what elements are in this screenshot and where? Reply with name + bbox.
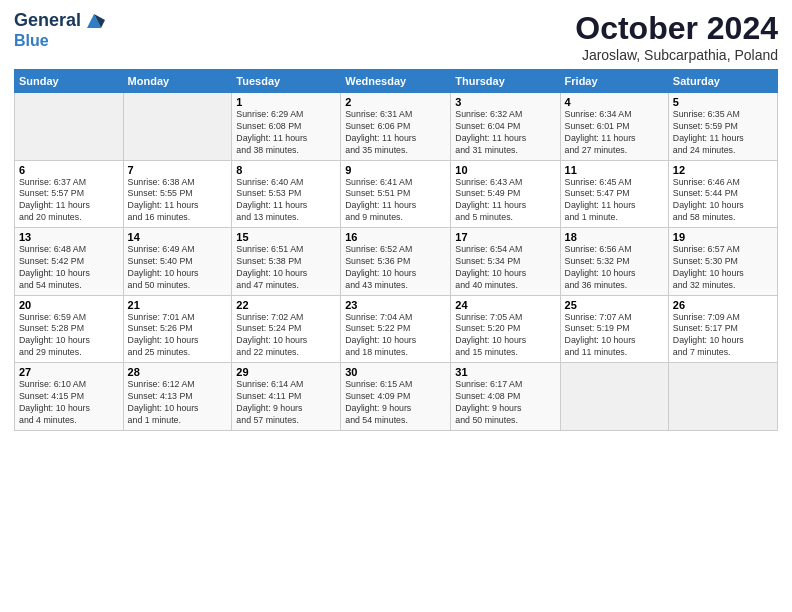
day-cell: 3Sunrise: 6:32 AM Sunset: 6:04 PM Daylig…: [451, 93, 560, 161]
day-number: 22: [236, 299, 336, 311]
day-number: 7: [128, 164, 228, 176]
day-cell: 2Sunrise: 6:31 AM Sunset: 6:06 PM Daylig…: [341, 93, 451, 161]
day-cell: 12Sunrise: 6:46 AM Sunset: 5:44 PM Dayli…: [668, 160, 777, 228]
day-info: Sunrise: 6:38 AM Sunset: 5:55 PM Dayligh…: [128, 177, 228, 225]
day-cell: 6Sunrise: 6:37 AM Sunset: 5:57 PM Daylig…: [15, 160, 124, 228]
calendar-table: SundayMondayTuesdayWednesdayThursdayFrid…: [14, 69, 778, 431]
day-number: 24: [455, 299, 555, 311]
day-number: 2: [345, 96, 446, 108]
day-cell: 27Sunrise: 6:10 AM Sunset: 4:15 PM Dayli…: [15, 363, 124, 431]
day-cell: [668, 363, 777, 431]
day-info: Sunrise: 6:52 AM Sunset: 5:36 PM Dayligh…: [345, 244, 446, 292]
day-cell: 29Sunrise: 6:14 AM Sunset: 4:11 PM Dayli…: [232, 363, 341, 431]
title-block: October 2024 Jaroslaw, Subcarpathia, Pol…: [575, 10, 778, 63]
day-number: 10: [455, 164, 555, 176]
day-info: Sunrise: 6:15 AM Sunset: 4:09 PM Dayligh…: [345, 379, 446, 427]
day-info: Sunrise: 6:40 AM Sunset: 5:53 PM Dayligh…: [236, 177, 336, 225]
col-header-saturday: Saturday: [668, 70, 777, 93]
day-number: 16: [345, 231, 446, 243]
day-cell: [560, 363, 668, 431]
day-number: 23: [345, 299, 446, 311]
page: General Blue October 2024 Jaroslaw, Subc…: [0, 0, 792, 612]
week-row-2: 6Sunrise: 6:37 AM Sunset: 5:57 PM Daylig…: [15, 160, 778, 228]
week-row-3: 13Sunrise: 6:48 AM Sunset: 5:42 PM Dayli…: [15, 228, 778, 296]
col-header-tuesday: Tuesday: [232, 70, 341, 93]
day-cell: 17Sunrise: 6:54 AM Sunset: 5:34 PM Dayli…: [451, 228, 560, 296]
day-info: Sunrise: 6:17 AM Sunset: 4:08 PM Dayligh…: [455, 379, 555, 427]
day-number: 26: [673, 299, 773, 311]
day-number: 8: [236, 164, 336, 176]
day-number: 9: [345, 164, 446, 176]
day-cell: 28Sunrise: 6:12 AM Sunset: 4:13 PM Dayli…: [123, 363, 232, 431]
day-info: Sunrise: 6:56 AM Sunset: 5:32 PM Dayligh…: [565, 244, 664, 292]
day-info: Sunrise: 6:12 AM Sunset: 4:13 PM Dayligh…: [128, 379, 228, 427]
main-title: October 2024: [575, 10, 778, 47]
day-info: Sunrise: 6:46 AM Sunset: 5:44 PM Dayligh…: [673, 177, 773, 225]
day-cell: 31Sunrise: 6:17 AM Sunset: 4:08 PM Dayli…: [451, 363, 560, 431]
day-info: Sunrise: 6:51 AM Sunset: 5:38 PM Dayligh…: [236, 244, 336, 292]
day-info: Sunrise: 6:32 AM Sunset: 6:04 PM Dayligh…: [455, 109, 555, 157]
week-row-4: 20Sunrise: 6:59 AM Sunset: 5:28 PM Dayli…: [15, 295, 778, 363]
day-number: 6: [19, 164, 119, 176]
day-number: 27: [19, 366, 119, 378]
day-number: 12: [673, 164, 773, 176]
day-cell: 21Sunrise: 7:01 AM Sunset: 5:26 PM Dayli…: [123, 295, 232, 363]
day-number: 18: [565, 231, 664, 243]
day-info: Sunrise: 6:35 AM Sunset: 5:59 PM Dayligh…: [673, 109, 773, 157]
day-cell: 15Sunrise: 6:51 AM Sunset: 5:38 PM Dayli…: [232, 228, 341, 296]
day-number: 21: [128, 299, 228, 311]
day-cell: 10Sunrise: 6:43 AM Sunset: 5:49 PM Dayli…: [451, 160, 560, 228]
day-number: 28: [128, 366, 228, 378]
day-cell: 5Sunrise: 6:35 AM Sunset: 5:59 PM Daylig…: [668, 93, 777, 161]
col-header-friday: Friday: [560, 70, 668, 93]
day-cell: 30Sunrise: 6:15 AM Sunset: 4:09 PM Dayli…: [341, 363, 451, 431]
day-info: Sunrise: 6:10 AM Sunset: 4:15 PM Dayligh…: [19, 379, 119, 427]
day-cell: 18Sunrise: 6:56 AM Sunset: 5:32 PM Dayli…: [560, 228, 668, 296]
day-cell: 19Sunrise: 6:57 AM Sunset: 5:30 PM Dayli…: [668, 228, 777, 296]
day-cell: 20Sunrise: 6:59 AM Sunset: 5:28 PM Dayli…: [15, 295, 124, 363]
day-info: Sunrise: 6:57 AM Sunset: 5:30 PM Dayligh…: [673, 244, 773, 292]
day-info: Sunrise: 6:31 AM Sunset: 6:06 PM Dayligh…: [345, 109, 446, 157]
day-cell: 4Sunrise: 6:34 AM Sunset: 6:01 PM Daylig…: [560, 93, 668, 161]
day-cell: 24Sunrise: 7:05 AM Sunset: 5:20 PM Dayli…: [451, 295, 560, 363]
day-info: Sunrise: 6:34 AM Sunset: 6:01 PM Dayligh…: [565, 109, 664, 157]
col-header-wednesday: Wednesday: [341, 70, 451, 93]
day-cell: 14Sunrise: 6:49 AM Sunset: 5:40 PM Dayli…: [123, 228, 232, 296]
header-row: SundayMondayTuesdayWednesdayThursdayFrid…: [15, 70, 778, 93]
day-number: 19: [673, 231, 773, 243]
day-cell: 1Sunrise: 6:29 AM Sunset: 6:08 PM Daylig…: [232, 93, 341, 161]
col-header-sunday: Sunday: [15, 70, 124, 93]
day-cell: 9Sunrise: 6:41 AM Sunset: 5:51 PM Daylig…: [341, 160, 451, 228]
day-info: Sunrise: 7:04 AM Sunset: 5:22 PM Dayligh…: [345, 312, 446, 360]
day-cell: 26Sunrise: 7:09 AM Sunset: 5:17 PM Dayli…: [668, 295, 777, 363]
day-cell: 23Sunrise: 7:04 AM Sunset: 5:22 PM Dayli…: [341, 295, 451, 363]
day-info: Sunrise: 7:05 AM Sunset: 5:20 PM Dayligh…: [455, 312, 555, 360]
day-number: 4: [565, 96, 664, 108]
day-number: 25: [565, 299, 664, 311]
day-cell: 11Sunrise: 6:45 AM Sunset: 5:47 PM Dayli…: [560, 160, 668, 228]
day-info: Sunrise: 7:01 AM Sunset: 5:26 PM Dayligh…: [128, 312, 228, 360]
day-cell: 7Sunrise: 6:38 AM Sunset: 5:55 PM Daylig…: [123, 160, 232, 228]
subtitle: Jaroslaw, Subcarpathia, Poland: [575, 47, 778, 63]
day-info: Sunrise: 6:37 AM Sunset: 5:57 PM Dayligh…: [19, 177, 119, 225]
day-info: Sunrise: 6:49 AM Sunset: 5:40 PM Dayligh…: [128, 244, 228, 292]
day-cell: 25Sunrise: 7:07 AM Sunset: 5:19 PM Dayli…: [560, 295, 668, 363]
day-cell: 8Sunrise: 6:40 AM Sunset: 5:53 PM Daylig…: [232, 160, 341, 228]
day-info: Sunrise: 6:59 AM Sunset: 5:28 PM Dayligh…: [19, 312, 119, 360]
day-info: Sunrise: 7:07 AM Sunset: 5:19 PM Dayligh…: [565, 312, 664, 360]
week-row-5: 27Sunrise: 6:10 AM Sunset: 4:15 PM Dayli…: [15, 363, 778, 431]
day-cell: [123, 93, 232, 161]
day-cell: 13Sunrise: 6:48 AM Sunset: 5:42 PM Dayli…: [15, 228, 124, 296]
day-info: Sunrise: 6:54 AM Sunset: 5:34 PM Dayligh…: [455, 244, 555, 292]
day-cell: 22Sunrise: 7:02 AM Sunset: 5:24 PM Dayli…: [232, 295, 341, 363]
day-number: 31: [455, 366, 555, 378]
day-number: 11: [565, 164, 664, 176]
week-row-1: 1Sunrise: 6:29 AM Sunset: 6:08 PM Daylig…: [15, 93, 778, 161]
logo: General Blue: [14, 10, 105, 50]
logo-general: General: [14, 11, 81, 31]
day-cell: [15, 93, 124, 161]
day-info: Sunrise: 6:29 AM Sunset: 6:08 PM Dayligh…: [236, 109, 336, 157]
header: General Blue October 2024 Jaroslaw, Subc…: [14, 10, 778, 63]
col-header-thursday: Thursday: [451, 70, 560, 93]
logo-icon: [83, 10, 105, 32]
